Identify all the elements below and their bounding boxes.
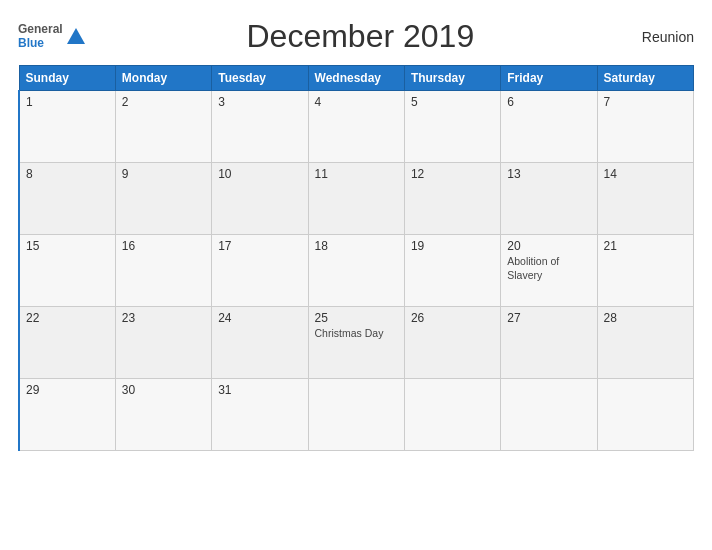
logo-icon	[65, 26, 87, 48]
col-friday: Friday	[501, 66, 597, 91]
calendar-cell: 19	[404, 235, 500, 307]
calendar-cell: 24	[212, 307, 308, 379]
header: General Blue December 2019 Reunion	[18, 18, 694, 55]
calendar-cell: 13	[501, 163, 597, 235]
calendar-cell: 1	[19, 91, 115, 163]
event-label: Abolition of Slavery	[507, 255, 590, 282]
day-number: 6	[507, 95, 590, 109]
calendar-table: Sunday Monday Tuesday Wednesday Thursday…	[18, 65, 694, 451]
calendar-cell	[597, 379, 693, 451]
logo-blue: Blue	[18, 37, 63, 50]
col-saturday: Saturday	[597, 66, 693, 91]
day-number: 12	[411, 167, 494, 181]
calendar-week-row: 151617181920Abolition of Slavery21	[19, 235, 694, 307]
event-label: Christmas Day	[315, 327, 398, 341]
day-number: 3	[218, 95, 301, 109]
calendar-cell: 16	[115, 235, 211, 307]
calendar-cell	[308, 379, 404, 451]
calendar-cell: 17	[212, 235, 308, 307]
day-number: 17	[218, 239, 301, 253]
logo-general: General	[18, 23, 63, 36]
calendar-cell: 18	[308, 235, 404, 307]
calendar-cell: 20Abolition of Slavery	[501, 235, 597, 307]
svg-marker-0	[67, 28, 85, 44]
calendar-cell: 14	[597, 163, 693, 235]
day-number: 11	[315, 167, 398, 181]
calendar-week-row: 293031	[19, 379, 694, 451]
calendar-cell: 31	[212, 379, 308, 451]
calendar-cell: 21	[597, 235, 693, 307]
day-number: 13	[507, 167, 590, 181]
calendar-cell: 5	[404, 91, 500, 163]
calendar-cell: 2	[115, 91, 211, 163]
calendar-week-row: 1234567	[19, 91, 694, 163]
day-number: 5	[411, 95, 494, 109]
col-tuesday: Tuesday	[212, 66, 308, 91]
col-sunday: Sunday	[19, 66, 115, 91]
calendar-cell: 6	[501, 91, 597, 163]
day-number: 22	[26, 311, 109, 325]
day-number: 19	[411, 239, 494, 253]
calendar-cell: 3	[212, 91, 308, 163]
day-number: 27	[507, 311, 590, 325]
day-number: 23	[122, 311, 205, 325]
day-number: 24	[218, 311, 301, 325]
day-number: 16	[122, 239, 205, 253]
day-number: 1	[26, 95, 109, 109]
calendar-cell: 27	[501, 307, 597, 379]
col-thursday: Thursday	[404, 66, 500, 91]
day-number: 26	[411, 311, 494, 325]
calendar-cell: 9	[115, 163, 211, 235]
day-number: 9	[122, 167, 205, 181]
calendar-cell: 11	[308, 163, 404, 235]
day-number: 28	[604, 311, 687, 325]
calendar-cell: 12	[404, 163, 500, 235]
calendar-cell	[501, 379, 597, 451]
calendar-cell: 7	[597, 91, 693, 163]
calendar-cell: 23	[115, 307, 211, 379]
calendar-cell: 22	[19, 307, 115, 379]
calendar-cell: 28	[597, 307, 693, 379]
calendar-cell: 10	[212, 163, 308, 235]
day-number: 14	[604, 167, 687, 181]
calendar-cell: 25Christmas Day	[308, 307, 404, 379]
day-number: 8	[26, 167, 109, 181]
col-wednesday: Wednesday	[308, 66, 404, 91]
day-number: 31	[218, 383, 301, 397]
calendar-week-row: 22232425Christmas Day262728	[19, 307, 694, 379]
day-number: 25	[315, 311, 398, 325]
day-number: 30	[122, 383, 205, 397]
day-number: 18	[315, 239, 398, 253]
calendar-week-row: 891011121314	[19, 163, 694, 235]
calendar-cell: 8	[19, 163, 115, 235]
calendar-cell: 4	[308, 91, 404, 163]
calendar-cell: 15	[19, 235, 115, 307]
day-number: 29	[26, 383, 109, 397]
calendar-cell: 26	[404, 307, 500, 379]
day-number: 20	[507, 239, 590, 253]
region-label: Reunion	[634, 29, 694, 45]
calendar-title: December 2019	[87, 18, 634, 55]
col-monday: Monday	[115, 66, 211, 91]
day-number: 4	[315, 95, 398, 109]
day-number: 7	[604, 95, 687, 109]
day-number: 15	[26, 239, 109, 253]
calendar-cell: 30	[115, 379, 211, 451]
day-number: 21	[604, 239, 687, 253]
day-number: 2	[122, 95, 205, 109]
day-number: 10	[218, 167, 301, 181]
logo: General Blue	[18, 23, 87, 49]
calendar-cell	[404, 379, 500, 451]
weekday-header-row: Sunday Monday Tuesday Wednesday Thursday…	[19, 66, 694, 91]
calendar-cell: 29	[19, 379, 115, 451]
calendar-page: General Blue December 2019 Reunion Sunda…	[0, 0, 712, 550]
